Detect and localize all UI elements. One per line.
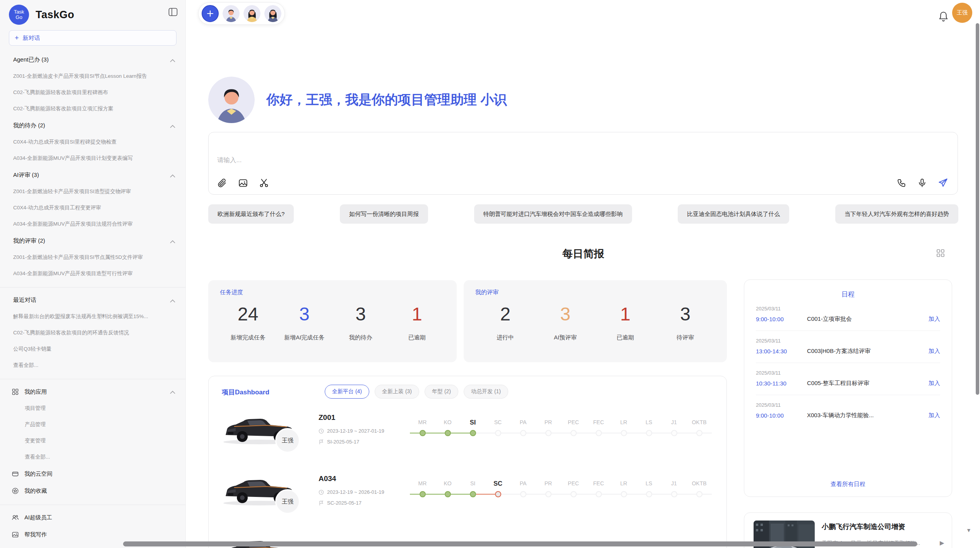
- timeline-segment: [552, 433, 561, 433]
- sidebar-item[interactable]: C0X4-动力总成开发项目工程变更评审: [0, 200, 185, 216]
- suggestion-chip[interactable]: 特朗普可能对进口汽车增税会对中国车企造成哪些影响: [474, 204, 632, 224]
- project-dates: 2023-12-19 ~ 2027-01-19: [319, 428, 384, 434]
- milestone-label: FEC: [586, 416, 611, 430]
- add-button[interactable]: [202, 5, 219, 22]
- schedule-date: 2025/03/11: [756, 402, 940, 408]
- milestone-node-row: [636, 491, 661, 498]
- sidebar-item-photo[interactable]: 帮我写作: [0, 526, 185, 543]
- sidebar-item[interactable]: C02-飞腾新能源轻客改款项目立项汇报方案: [0, 101, 185, 117]
- voice-call-icon[interactable]: [897, 178, 906, 188]
- collapse-sidebar-icon[interactable]: [168, 8, 178, 18]
- notifications-bell-icon[interactable]: [938, 11, 949, 24]
- chevron-up-icon[interactable]: [170, 297, 175, 304]
- view-all-schedule-link[interactable]: 查看所有日程: [744, 481, 952, 488]
- milestone: MR: [410, 416, 435, 437]
- attach-file-icon[interactable]: [217, 178, 227, 188]
- new-chat-button[interactable]: + 新对话: [9, 30, 176, 46]
- vertical-scrollbar[interactable]: [976, 23, 979, 395]
- sidebar-item-people[interactable]: AI超级员工: [0, 509, 185, 526]
- sidebar-item[interactable]: Z001-全新燃油轻卡产品开发项目SI造型提交物评审: [0, 183, 185, 200]
- schedule-time: 9:00-10:00: [756, 412, 807, 419]
- plus-icon: +: [15, 34, 19, 42]
- suggestion-chip[interactable]: 如何写一份清晰的项目周报: [340, 204, 428, 224]
- join-meeting-link[interactable]: 加入: [929, 348, 940, 355]
- milestone-node: [545, 491, 552, 497]
- my-review-title: 我的评审: [475, 289, 715, 296]
- microphone-icon[interactable]: [917, 178, 927, 188]
- sidebar-item[interactable]: Z001-全新燃油皮卡产品开发项目SI节点Lesson Learn报告: [0, 68, 185, 84]
- timeline-segment: [636, 433, 646, 433]
- stat-value: 2: [475, 301, 535, 327]
- layout-grid-icon[interactable]: [936, 248, 945, 259]
- milestone-label: LS: [636, 416, 661, 430]
- stat-value: 3: [535, 301, 595, 327]
- sidebar-app-item[interactable]: 查看全部...: [0, 449, 185, 465]
- milestone: OKTB: [687, 416, 712, 437]
- my-apps-label: 我的应用: [24, 388, 47, 396]
- milestone-node: [520, 491, 526, 497]
- join-meeting-link[interactable]: 加入: [929, 380, 940, 387]
- sidebar-item[interactable]: Z001-全新燃油轻卡产品开发项目SI节点属性5D文件评审: [0, 249, 185, 265]
- stat: 3AI预评审: [535, 301, 595, 341]
- chevron-up-icon[interactable]: [170, 238, 175, 245]
- sidebar-app-item[interactable]: 产品管理: [0, 416, 185, 433]
- suggestion-chip[interactable]: 比亚迪全固态电池计划具体说了什么: [678, 204, 789, 224]
- sidebar-item[interactable]: A034-全新新能源MUV产品开发项目计划变更表编写: [0, 150, 185, 166]
- dashboard-tab[interactable]: 全新平台 (4): [325, 385, 369, 399]
- view-all-link[interactable]: 查看全部...: [0, 357, 185, 373]
- timeline-segment: [501, 494, 511, 495]
- sidebar-item[interactable]: A034-全新新能源MUV产品开发项目造型可行性评审: [0, 265, 185, 282]
- sidebar-app-item[interactable]: 变更管理: [0, 433, 185, 449]
- dashboard-tab[interactable]: 动总开发 (1): [464, 385, 508, 399]
- milestone-node: [445, 491, 451, 497]
- chevron-up-icon[interactable]: [170, 172, 175, 179]
- timeline-segment: [577, 494, 586, 495]
- sidebar: Task Go TaskGo + 新对话 Agent已办 (3)Z001-全新燃…: [0, 0, 186, 548]
- milestone: PEC: [561, 416, 586, 437]
- avatar-contact-2[interactable]: [243, 5, 260, 22]
- avatar-contact-3[interactable]: [264, 5, 281, 22]
- milestone-label: MR: [410, 478, 435, 491]
- chevron-up-icon[interactable]: [170, 123, 175, 129]
- sidebar-item-my-apps[interactable]: 我的应用: [0, 383, 185, 400]
- chevron-up-icon[interactable]: [170, 57, 175, 63]
- milestone-node-row: [636, 430, 661, 437]
- horizontal-scrollbar[interactable]: [123, 541, 917, 546]
- chevron-up-icon[interactable]: [170, 389, 175, 395]
- sidebar-app-item[interactable]: 项目管理: [0, 400, 185, 416]
- sidebar-item[interactable]: C02-飞腾新能源轻客改款项目里程碑画布: [0, 84, 185, 101]
- milestone-node: [671, 430, 677, 436]
- dashboard-tab[interactable]: 年型 (2): [425, 385, 458, 399]
- sidebar-item-cloud-space[interactable]: 我的云空间: [0, 465, 185, 482]
- timeline-segment: [602, 433, 612, 433]
- sidebar-item[interactable]: A034-全新新能源MUV产品开发项目法规符合性评审: [0, 216, 185, 232]
- suggestion-chip[interactable]: 欧洲新规最近颁布了什么?: [208, 204, 294, 224]
- user-avatar[interactable]: 王强: [952, 3, 972, 23]
- screenshot-scissors-icon[interactable]: [259, 178, 269, 188]
- avatar-contact-1[interactable]: [223, 5, 240, 22]
- scroll-right-arrow[interactable]: ▶: [940, 539, 944, 546]
- milestone: LS: [636, 416, 661, 437]
- dashboard-tab[interactable]: 全新上装 (3): [375, 385, 419, 399]
- sidebar-item[interactable]: 公司Q3轻卡销量: [0, 341, 185, 357]
- sidebar-section-header: 我的待办 (2): [0, 117, 185, 134]
- milestone: SI: [460, 416, 485, 437]
- sidebar-item[interactable]: C02-飞腾新能源轻客改款项目的闭环通告反馈情况: [0, 325, 185, 341]
- insert-image-icon[interactable]: [238, 178, 248, 188]
- sidebar-item[interactable]: 解释最新出台的欧盟报废车法规再生塑料比例被调至15%...: [0, 308, 185, 325]
- timeline-segment: [426, 433, 435, 433]
- join-meeting-link[interactable]: 加入: [929, 315, 940, 323]
- chat-input[interactable]: [217, 156, 795, 164]
- scroll-down-arrow[interactable]: ▼: [966, 527, 971, 533]
- schedule-row: 13:00-14:30C003|H0B-方案冻结评审加入: [756, 348, 940, 355]
- milestone-timeline: MRKOSISCPAPRPECFECLRLSJ1OKTB: [410, 416, 712, 437]
- project-code: A034: [319, 474, 336, 483]
- sidebar-item[interactable]: C0X4-动力总成开发项目SI里程碑提交物检查: [0, 134, 185, 150]
- sidebar-item-star-badge[interactable]: 我的收藏: [0, 482, 185, 499]
- milestone-node: [495, 430, 501, 436]
- milestone-node: [596, 491, 602, 497]
- milestone: J1: [661, 478, 687, 498]
- send-icon[interactable]: [938, 178, 948, 188]
- suggestion-chip[interactable]: 当下年轻人对汽车外观有怎样的喜好趋势: [835, 204, 958, 224]
- join-meeting-link[interactable]: 加入: [929, 412, 940, 419]
